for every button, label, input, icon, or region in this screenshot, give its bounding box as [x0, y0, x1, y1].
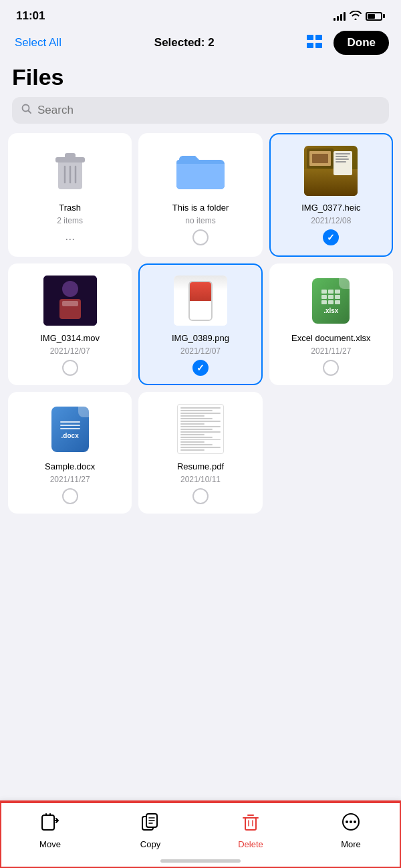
file-subtitle-folder: no items	[185, 216, 215, 225]
bottom-toolbar: Move Copy Delete	[0, 801, 401, 868]
file-name-resume: Resume.pdf	[177, 461, 224, 473]
file-item-sample[interactable]: .docx Sample.docx 2021/11/27	[8, 392, 132, 514]
selection-circle-excel[interactable]	[323, 360, 339, 376]
toolbar-more[interactable]: More	[301, 812, 401, 849]
file-item-trash[interactable]: Trash 2 items ...	[8, 133, 132, 257]
file-icon-img0389	[146, 274, 254, 328]
file-subtitle-trash: 2 items	[57, 216, 83, 225]
svg-rect-1	[315, 35, 322, 40]
file-name-img0314: IMG_0314.mov	[40, 333, 100, 344]
file-name-trash: Trash	[59, 203, 81, 214]
move-icon	[41, 812, 59, 836]
file-icon-excel: .xlsx	[277, 274, 385, 328]
file-extra-trash: ...	[65, 229, 75, 243]
file-icon-folder	[146, 144, 254, 197]
svg-rect-13	[312, 154, 328, 163]
selection-circle-resume[interactable]	[192, 488, 209, 504]
file-grid: Trash 2 items ... This is a folder no it…	[0, 133, 401, 514]
select-all-button[interactable]: Select All	[12, 33, 64, 52]
phone-mockup	[188, 281, 213, 321]
more-icon	[342, 812, 360, 836]
file-name-folder: This is a folder	[172, 203, 229, 214]
file-name-img0389: IMG_0389.png	[172, 333, 229, 344]
file-date-excel: 2021/11/27	[311, 346, 351, 356]
nav-right: Done	[304, 31, 389, 55]
selection-circle-img0314[interactable]	[62, 360, 78, 376]
selected-count: Selected: 2	[154, 36, 215, 49]
status-bar: 11:01	[0, 0, 401, 27]
delete-icon	[241, 812, 260, 836]
page-title: Files	[0, 62, 401, 97]
file-icon-trash	[16, 144, 124, 197]
move-label: Move	[39, 839, 61, 849]
mov-thumbnail	[43, 276, 97, 326]
search-bar[interactable]	[12, 97, 389, 124]
nav-bar: Select All Selected: 2 Done	[0, 27, 401, 62]
svg-rect-18	[42, 815, 54, 830]
file-name-sample: Sample.docx	[45, 461, 95, 473]
home-indicator	[160, 859, 241, 863]
selection-circle-img0389[interactable]: ✓	[192, 360, 209, 376]
file-item-img0389[interactable]: IMG_0389.png 2021/12/07 ✓	[138, 263, 262, 385]
toolbar-delete[interactable]: Delete	[200, 812, 301, 849]
svg-point-24	[350, 821, 352, 823]
svg-rect-2	[307, 43, 313, 48]
toolbar-move[interactable]: Move	[0, 812, 100, 849]
delete-label: Delete	[238, 839, 263, 849]
file-name-img0377: IMG_0377.heic	[301, 203, 360, 214]
heic-thumbnail	[304, 146, 358, 196]
file-item-resume[interactable]: Resume.pdf 2021/10/11	[138, 392, 262, 514]
file-icon-resume	[146, 403, 254, 456]
selection-circle-img0377[interactable]: ✓	[323, 229, 339, 245]
file-item-folder[interactable]: This is a folder no items	[138, 133, 262, 257]
svg-rect-0	[307, 35, 313, 40]
search-icon	[21, 104, 32, 117]
file-date-sample: 2021/11/27	[50, 475, 90, 484]
svg-rect-21	[245, 818, 256, 830]
file-item-excel[interactable]: .xlsx Excel document.xlsx 2021/11/27	[269, 263, 393, 385]
svg-rect-17	[62, 301, 78, 306]
search-container	[0, 97, 401, 133]
view-toggle-button[interactable]	[304, 32, 325, 54]
file-icon-img0377	[277, 144, 385, 197]
copy-label: Copy	[140, 839, 160, 849]
folder-icon	[176, 150, 225, 191]
svg-point-15	[62, 281, 78, 297]
file-icon-sample: .docx	[16, 403, 124, 456]
docx-icon: .docx	[51, 407, 89, 452]
status-icons	[333, 11, 385, 22]
done-button[interactable]: Done	[333, 31, 389, 55]
pdf-thumbnail	[177, 404, 224, 454]
svg-rect-3	[315, 43, 322, 48]
copy-icon	[141, 812, 160, 836]
svg-point-25	[354, 821, 356, 823]
png-thumbnail	[174, 276, 227, 326]
more-label: More	[341, 839, 361, 849]
grid-list-icon	[307, 35, 323, 48]
xlsx-icon: .xlsx	[312, 278, 350, 324]
file-icon-img0314	[16, 274, 124, 328]
signal-icon	[333, 11, 346, 21]
battery-icon	[366, 12, 385, 21]
selection-circle-sample[interactable]	[62, 488, 78, 504]
search-input[interactable]	[37, 104, 380, 117]
file-item-img0377[interactable]: IMG_0377.heic 2021/12/08 ✓	[269, 133, 393, 257]
check-mark-img0377: ✓	[327, 232, 335, 243]
file-date-resume: 2021/10/11	[180, 475, 221, 484]
selection-circle-folder[interactable]	[192, 229, 209, 245]
svg-rect-7	[65, 153, 76, 158]
svg-point-23	[346, 821, 348, 823]
file-item-img0314[interactable]: IMG_0314.mov 2021/12/07	[8, 263, 132, 385]
wifi-icon	[350, 11, 362, 22]
trash-icon	[51, 148, 89, 193]
check-mark-img0389: ✓	[196, 362, 205, 373]
status-time: 11:01	[16, 9, 45, 23]
toolbar-copy[interactable]: Copy	[100, 812, 200, 849]
file-date-img0314: 2021/12/07	[50, 346, 90, 356]
file-date-img0377: 2021/12/08	[311, 216, 351, 225]
file-date-img0389: 2021/12/07	[180, 346, 221, 356]
file-name-excel: Excel document.xlsx	[291, 333, 371, 344]
